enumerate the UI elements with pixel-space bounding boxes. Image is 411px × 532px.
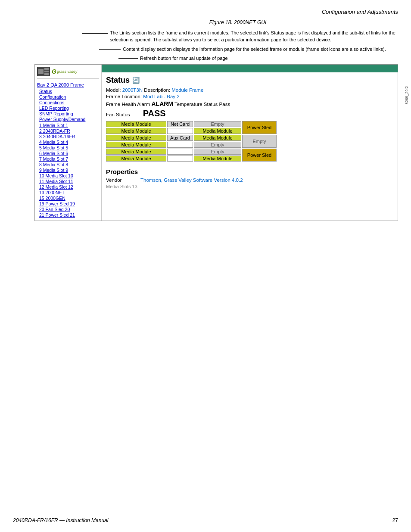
sidebar-slot-11[interactable]: 11 Media Slot 11 [39, 179, 99, 184]
annotation-1-text: The Links section lists the frame and it… [110, 30, 398, 44]
module-grid: Media Module Net Card Empty Power Sled M… [106, 121, 393, 162]
frame-location-label: Frame Location: [106, 94, 142, 99]
gui-frame: G grass valley Bay 2 QA 2000 Frame Statu… [34, 64, 398, 221]
sidebar-slot-10[interactable]: 10 Media Slot 10 [39, 173, 99, 178]
status-header: Status 🔄 [106, 76, 393, 85]
cell-r3c3[interactable]: Media Module [194, 135, 241, 141]
svg-rect-2 [44, 68, 49, 70]
sidebar-slot-1[interactable]: 1 Media Slot 1 [39, 123, 99, 128]
description-label: Description: [144, 87, 170, 93]
sidebar: G grass valley Bay 2 QA 2000 Frame Statu… [35, 65, 102, 221]
sidebar-slot-19[interactable]: 19 Power Sled 19 [39, 201, 99, 206]
properties-section: Properties Vendor Thomson, Grass Valley … [106, 166, 393, 191]
pass-big-text: PASS [143, 109, 166, 118]
cell-r1c1[interactable]: Media Module [106, 121, 166, 127]
sidebar-slot-7[interactable]: 7 Media Slot 7 [39, 156, 99, 162]
cell-r5c3[interactable]: Empty [194, 149, 241, 155]
media-slots-line: Media Slots 13 [106, 184, 393, 191]
sidebar-slot-9[interactable]: 9 Media Slot 9 [39, 168, 99, 173]
cell-r2c2-blank [167, 128, 193, 134]
fan-status-label: Fan Status [106, 112, 130, 117]
sidebar-slot-6[interactable]: 6 Media Slot 6 [39, 151, 99, 156]
main-content: Status 🔄 Model: 2000T3N Description: Mod… [102, 65, 398, 221]
svg-rect-4 [44, 73, 49, 75]
header-title-text: Configuration and Adjustments [322, 9, 398, 15]
cell-r4c1[interactable]: Media Module [106, 142, 166, 148]
frame-health-line: Frame Health Alarm ALARM Temperature Sta… [106, 100, 393, 107]
properties-title: Properties [106, 168, 393, 175]
cell-r2c1[interactable]: Media Module [106, 128, 166, 134]
cell-r1c2[interactable]: Net Card [167, 121, 193, 127]
cell-r4c3[interactable]: Empty [194, 142, 241, 148]
annotations-block: The Links section lists the frame and it… [34, 30, 398, 62]
sidebar-slot-8[interactable]: 8 Media Slot 8 [39, 162, 99, 167]
sidebar-slot-4[interactable]: 4 Media Slot 4 [39, 140, 99, 145]
cell-r6c3[interactable]: Media Module [194, 156, 241, 162]
sidebar-link-connections[interactable]: Connections [39, 100, 99, 105]
pass-small: Pass [219, 102, 230, 107]
cell-r3c2[interactable]: Aux Card [167, 135, 193, 141]
svg-rect-1 [38, 69, 44, 74]
sidebar-slot-12[interactable]: 12 Media Slot 12 [39, 184, 99, 190]
alarm-word: ALARM [151, 100, 173, 107]
figure-caption-text: Figure 18. 2000NET GUI [209, 19, 267, 25]
sidebar-slot-2[interactable]: 2 2040RDA-FR [39, 128, 99, 134]
annotation-3: Refresh button for manual update of page [118, 55, 398, 62]
model-line: Model: 2000T3N Description: Module Frame [106, 87, 393, 93]
annotation-1: The Links section lists the frame and it… [34, 30, 398, 44]
sidebar-link-snmp-reporting[interactable]: SNMP Reporting [39, 111, 99, 116]
fan-status-line: Fan Status PASS [106, 109, 393, 118]
page-header-title: Configuration and Adjustments [13, 9, 398, 15]
sidebar-links-section: Status Configuration Connections LED Rep… [39, 89, 99, 122]
figure-caption: Figure 18. 2000NET GUI [78, 19, 398, 25]
model-value: 2000T3N [122, 87, 143, 93]
frame-health-label: Frame Health Alarm [106, 102, 150, 107]
cell-r5c1[interactable]: Media Module [106, 149, 166, 155]
top-bar [102, 65, 398, 72]
content-body: Status 🔄 Model: 2000T3N Description: Mod… [102, 72, 398, 195]
vendor-value: Thomson, Grass Valley Software Version 4… [140, 177, 243, 183]
cell-r3c1[interactable]: Media Module [106, 135, 166, 141]
cell-r2c3[interactable]: Media Module [194, 128, 241, 134]
cell-powersled-2[interactable]: Power Sled [242, 149, 277, 162]
sidebar-logo: G grass valley [37, 67, 99, 79]
footer-page-number: 27 [392, 517, 398, 523]
status-title: Status [106, 76, 130, 85]
sidebar-slot-13[interactable]: 13 2000NET [39, 190, 99, 195]
cell-r1c3[interactable]: Empty [194, 121, 241, 127]
vendor-label: Vendor [106, 177, 140, 183]
refresh-icon[interactable]: 🔄 [132, 77, 140, 84]
model-label: Model: [106, 87, 121, 93]
vendor-line: Vendor Thomson, Grass Valley Software Ve… [106, 177, 393, 183]
frame-location-value: Mod Lab - Bay 2 [143, 94, 179, 99]
sidebar-slots-section: 1 Media Slot 1 2 2040RDA-FR 3 2040RDA-16… [39, 123, 99, 218]
sidebar-link-status[interactable]: Status [39, 89, 99, 94]
logo-text-area: G grass valley [52, 68, 77, 75]
annotation-2: Content display section displays the inf… [99, 46, 398, 53]
sidebar-slot-5[interactable]: 5 Media Slot 5 [39, 145, 99, 150]
description-value: Module Frame [171, 87, 203, 93]
logo-gv: G [52, 68, 56, 75]
logo-rest: grass valley [57, 69, 78, 74]
vertical-figure-label: 8269_20f2 [405, 86, 409, 105]
media-slots-label: Media Slots [106, 184, 131, 189]
sidebar-slot-15[interactable]: 15 2000GEN [39, 196, 99, 201]
sidebar-slot-20[interactable]: 20 Fan Sled 20 [39, 207, 99, 212]
cell-r5c2-blank [167, 149, 193, 155]
svg-rect-3 [44, 71, 49, 72]
cell-r4c2-blank [167, 142, 193, 148]
footer-manual-name: 2040RDA-FR/16FR — Instruction Manual [13, 517, 108, 523]
sidebar-link-led-reporting[interactable]: LED Reporting [39, 106, 99, 111]
cell-r6c2-blank [167, 156, 193, 162]
sidebar-link-power-supply[interactable]: Power Supply/Demand [39, 117, 99, 122]
sidebar-slot-3[interactable]: 3 2040RDA-16FR [39, 134, 99, 139]
sidebar-link-configuration[interactable]: Configuration [39, 94, 99, 100]
frame-location-line: Frame Location: Mod Lab - Bay 2 [106, 94, 393, 99]
logo-icon [37, 67, 50, 76]
sidebar-frame-title[interactable]: Bay 2 QA 2000 Frame [37, 82, 99, 87]
cell-empty-span[interactable]: Empty [242, 135, 277, 148]
annotation-2-text: Content display section displays the inf… [123, 46, 386, 53]
cell-powersled-1[interactable]: Power Sled [242, 121, 277, 134]
sidebar-slot-21[interactable]: 21 Power Sled 21 [39, 212, 99, 218]
cell-r6c1[interactable]: Media Module [106, 156, 166, 162]
